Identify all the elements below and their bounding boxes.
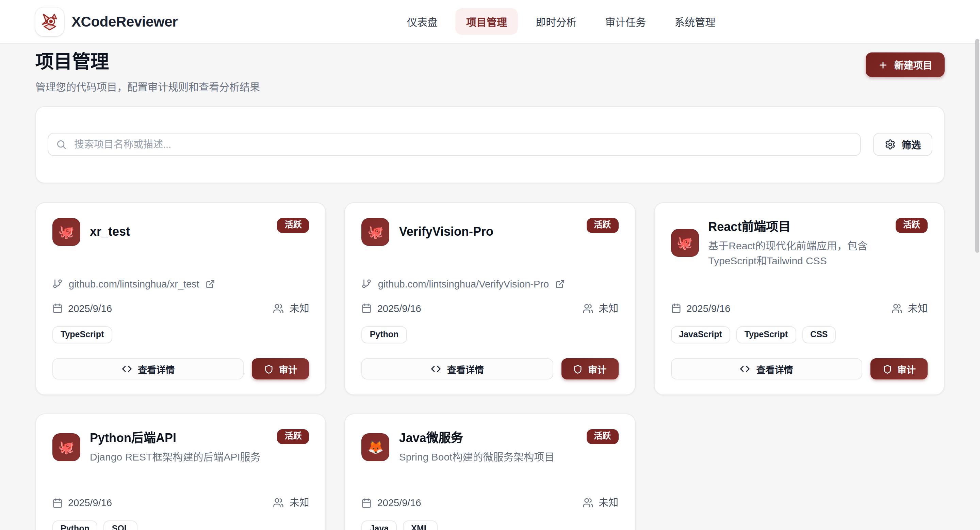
project-emoji-icon: 🐙 (58, 441, 74, 454)
code-icon (121, 364, 132, 374)
status-badge: 活跃 (277, 429, 309, 444)
tags-row: TypeScript (52, 326, 309, 344)
project-card-java-microservice: 活跃 🦊 Java微服务 Spring Boot构建的微服务架构项目 2025/… (345, 414, 636, 530)
tag-typescript: TypeScript (52, 326, 112, 344)
users-icon (582, 498, 593, 509)
status-badge: 活跃 (586, 429, 618, 444)
code-icon (431, 364, 441, 374)
nav-item-projects[interactable]: 项目管理 (455, 8, 518, 35)
card-header: 🐙 xr_test (52, 218, 309, 246)
shield-icon (573, 364, 582, 374)
project-card-react-frontend: 活跃 🐙 React前端项目 基于React的现代化前端应用，包含TypeScr… (654, 202, 945, 396)
users-icon (273, 498, 284, 509)
audit-button[interactable]: 审计 (561, 359, 618, 380)
main-content: 项目管理 管理您的代码项目，配置审计规则和查看分析结果 新建项目 筛选 (0, 44, 980, 530)
project-owner: 未知 (598, 496, 618, 510)
tags-row: JavaScriptTypeScriptCSS (671, 326, 928, 344)
calendar-icon (52, 498, 63, 508)
project-owner: 未知 (290, 302, 309, 315)
project-emoji-icon: 🦊 (368, 441, 383, 454)
audit-button[interactable]: 审计 (252, 359, 309, 380)
repo-link[interactable]: github.com/lintsinghua/xr_test (52, 277, 215, 291)
nav-item-instant-analysis[interactable]: 即时分析 (525, 8, 587, 35)
search-input[interactable] (48, 133, 861, 156)
users-icon (582, 303, 593, 314)
project-avatar: 🐙 (52, 218, 80, 246)
project-title: Java微服务 (399, 429, 555, 447)
project-card-xr-test: 活跃 🐙 xr_test github.com/lintsinghua/xr_t… (35, 202, 326, 396)
plus-icon (878, 60, 888, 70)
page-title: 项目管理 (35, 51, 260, 74)
nav-item-audit-tasks[interactable]: 审计任务 (594, 8, 657, 35)
tags-row: Python (362, 326, 619, 344)
search-icon (56, 139, 67, 150)
git-branch-icon (362, 279, 372, 289)
git-branch-icon (52, 279, 63, 289)
project-avatar: 🐙 (52, 433, 80, 461)
top-navbar: XCodeReviewer 仪表盘项目管理即时分析审计任务系统管理 (0, 0, 980, 44)
new-project-button[interactable]: 新建项目 (865, 53, 945, 77)
view-details-button[interactable]: 查看详情 (362, 359, 553, 380)
project-description: Django REST框架构建的后端API服务 (90, 450, 261, 465)
search-panel: 筛选 (35, 106, 945, 183)
project-date: 2025/9/16 (68, 302, 112, 315)
users-icon (273, 303, 284, 314)
project-date: 2025/9/16 (686, 302, 730, 315)
gear-icon (885, 139, 896, 150)
vertical-scrollbar-thumb[interactable] (975, 39, 979, 253)
project-title: xr_test (90, 223, 130, 241)
tags-row: PythonSQL (52, 521, 309, 530)
tag-java: Java (362, 521, 397, 530)
tag-sql: SQL (104, 521, 137, 530)
actions-row: 查看详情 审计 (671, 359, 928, 380)
card-header: 🐙 Python后端API Django REST框架构建的后端API服务 (52, 429, 309, 465)
status-badge: 活跃 (277, 218, 309, 233)
tag-typescript: TypeScript (737, 326, 796, 344)
card-header: 🦊 Java微服务 Spring Boot构建的微服务架构项目 (362, 429, 619, 465)
repo-url: github.com/lintsinghua/xr_test (69, 277, 199, 291)
app-root: XCodeReviewer 仪表盘项目管理即时分析审计任务系统管理 项目管理 管… (0, 0, 980, 530)
external-link-icon (555, 279, 565, 289)
audit-button[interactable]: 审计 (870, 359, 928, 380)
tags-row: JavaXML (362, 521, 619, 530)
page-header: 项目管理 管理您的代码项目，配置审计规则和查看分析结果 新建项目 (35, 44, 945, 93)
view-details-button[interactable]: 查看详情 (52, 359, 244, 380)
repo-url: github.com/lintsinghua/VerifyVision-Pro (378, 277, 549, 291)
repo-link[interactable]: github.com/lintsinghua/VerifyVision-Pro (362, 277, 565, 291)
page-subtitle: 管理您的代码项目，配置审计规则和查看分析结果 (35, 79, 260, 93)
project-title: VerifyVision-Pro (399, 223, 493, 241)
app-logo-icon (35, 7, 64, 36)
external-link-icon (205, 279, 215, 289)
code-icon (740, 364, 750, 374)
tag-python: Python (52, 521, 98, 530)
project-grid: 活跃 🐙 xr_test github.com/lintsinghua/xr_t… (35, 202, 945, 530)
calendar-icon (362, 303, 372, 314)
project-emoji-icon: 🐙 (368, 225, 383, 238)
brand[interactable]: XCodeReviewer (35, 7, 178, 36)
calendar-icon (671, 303, 681, 314)
meta-row: 2025/9/16 未知 (362, 302, 619, 315)
project-owner: 未知 (908, 302, 928, 315)
users-icon (891, 303, 902, 314)
project-description: 基于React的现代化前端应用，包含TypeScript和Tailwind CS… (708, 238, 887, 268)
filter-button[interactable]: 筛选 (873, 133, 932, 156)
calendar-icon (362, 498, 372, 508)
nav-item-system[interactable]: 系统管理 (663, 8, 726, 35)
view-details-button[interactable]: 查看详情 (671, 359, 862, 380)
tag-xml: XML (403, 521, 437, 530)
actions-row: 查看详情 审计 (52, 359, 309, 380)
tag-css: CSS (802, 326, 836, 344)
project-title: React前端项目 (708, 218, 887, 236)
main-nav: 仪表盘项目管理即时分析审计任务系统管理 (178, 8, 945, 35)
project-description: Spring Boot构建的微服务架构项目 (399, 450, 555, 465)
shield-icon (882, 364, 892, 374)
project-card-python-backend-api: 活跃 🐙 Python后端API Django REST框架构建的后端API服务… (35, 414, 326, 530)
meta-row: 2025/9/16 未知 (52, 496, 309, 510)
status-badge: 活跃 (586, 218, 618, 233)
project-date: 2025/9/16 (377, 496, 421, 510)
shield-icon (264, 364, 274, 374)
calendar-icon (52, 303, 63, 314)
nav-item-dashboard[interactable]: 仪表盘 (396, 8, 449, 35)
card-header: 🐙 React前端项目 基于React的现代化前端应用，包含TypeScript… (671, 218, 928, 268)
meta-row: 2025/9/16 未知 (671, 302, 928, 315)
